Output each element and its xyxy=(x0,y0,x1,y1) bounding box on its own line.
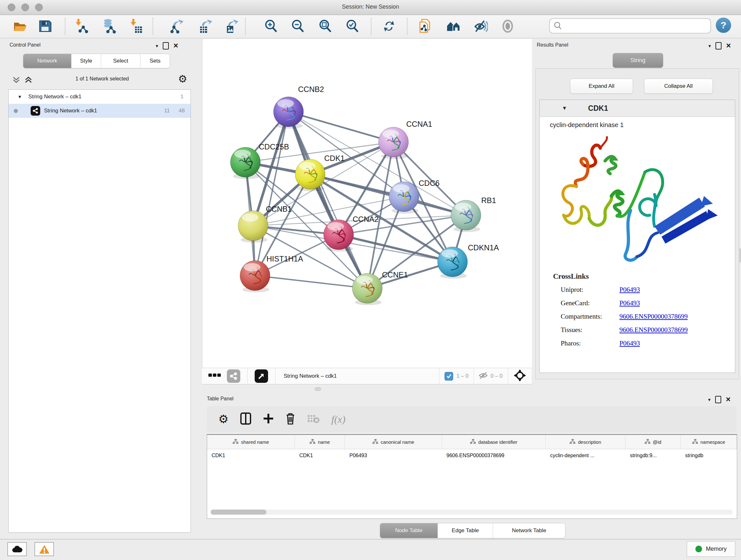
panel-close-icon[interactable]: ✕ xyxy=(726,43,731,49)
clone-network-icon[interactable] xyxy=(417,19,432,34)
help-button[interactable]: ? xyxy=(716,17,731,33)
panel-float-icon[interactable] xyxy=(715,396,721,403)
table-h-scrollbar-thumb[interactable] xyxy=(211,509,266,515)
column-header-label: database identifier xyxy=(478,439,518,445)
search-input[interactable] xyxy=(564,23,711,29)
column-header[interactable]: namespace xyxy=(681,435,737,449)
show-all-eye-icon[interactable] xyxy=(500,19,515,34)
horizontal-splitter-handle[interactable] xyxy=(315,387,321,391)
panel-close-icon[interactable]: ✕ xyxy=(726,396,731,402)
network-node[interactable]: HIST1H1A xyxy=(240,254,303,293)
tab-sets[interactable]: Sets xyxy=(140,54,170,68)
zoom-out-icon[interactable] xyxy=(290,19,305,34)
column-header[interactable]: description xyxy=(546,435,625,449)
panel-float-icon[interactable] xyxy=(163,42,169,50)
network-node[interactable]: CCNE1 xyxy=(352,270,408,305)
show-grid-icon[interactable] xyxy=(208,370,221,382)
column-type-icon xyxy=(310,439,315,445)
table-cell[interactable]: 9606.ENSP00000378699 xyxy=(442,449,546,462)
import-table-file-icon[interactable] xyxy=(129,19,143,34)
panel-menu-icon[interactable]: ▾ xyxy=(709,43,711,49)
table-settings-gear-icon[interactable]: ⚙ xyxy=(218,414,228,425)
panel-menu-icon[interactable]: ▾ xyxy=(708,397,711,402)
network-node[interactable]: CDK1 xyxy=(295,154,345,191)
tab-network[interactable]: Network xyxy=(23,54,71,68)
memory-button[interactable]: Memory xyxy=(687,541,735,557)
crosslink-link[interactable]: P06493 xyxy=(619,286,640,294)
network-node[interactable]: RB1 xyxy=(451,196,496,232)
add-column-icon[interactable] xyxy=(263,413,274,425)
import-network-file-icon[interactable] xyxy=(74,19,89,34)
network-node[interactable]: CDKN1A xyxy=(437,243,499,279)
open-in-window-icon[interactable] xyxy=(255,369,268,383)
expand-all-button[interactable]: Expand All xyxy=(570,78,633,94)
network-row[interactable]: String Network – cdk1 11 48 xyxy=(9,104,191,118)
collection-expander-icon[interactable]: ▼ xyxy=(17,94,22,99)
import-network-database-icon[interactable] xyxy=(102,19,116,34)
network-edge[interactable] xyxy=(255,112,288,275)
apply-layout-icon[interactable] xyxy=(382,19,396,34)
network-options-gear-icon[interactable]: ⚙ xyxy=(178,73,187,85)
open-session-icon[interactable] xyxy=(13,19,27,34)
column-header[interactable]: canonical name xyxy=(345,435,442,449)
birds-eye-view-icon[interactable] xyxy=(513,369,527,383)
table-cell[interactable]: CDK1 xyxy=(207,449,295,462)
crosslink-link[interactable]: P06493 xyxy=(619,339,640,348)
zoom-fit-icon[interactable] xyxy=(318,19,333,34)
network-edge[interactable] xyxy=(288,112,394,142)
zoom-in-icon[interactable] xyxy=(264,19,278,34)
delete-column-icon[interactable] xyxy=(285,412,295,426)
panel-close-icon[interactable]: ✕ xyxy=(173,43,179,49)
crosslink-label: Pharos: xyxy=(561,339,619,348)
tab-node-table[interactable]: Node Table xyxy=(380,523,438,538)
toolbar-separator xyxy=(245,17,246,35)
expand-all-networks-icon[interactable] xyxy=(24,76,36,84)
column-header[interactable]: name xyxy=(295,435,345,449)
control-panel-controls: ▾ ✕ xyxy=(156,42,179,50)
crosslink-link[interactable]: 9606.ENSP00000378699 xyxy=(619,313,688,320)
houses-icon[interactable] xyxy=(446,19,461,34)
show-columns-icon[interactable] xyxy=(240,412,252,426)
panel-float-icon[interactable] xyxy=(716,42,722,50)
network-canvas[interactable]: CCNB2CCNA1CDC25BCDK1CDC6RB1CCNB1CCNA2CDK… xyxy=(202,39,532,368)
column-header[interactable]: database identifier xyxy=(442,435,546,449)
tab-network-table[interactable]: Network Table xyxy=(493,523,565,538)
table-h-scrollbar[interactable] xyxy=(211,509,733,515)
table-cell[interactable]: stringdb:9... xyxy=(625,449,681,462)
save-session-icon[interactable] xyxy=(38,19,52,34)
column-header[interactable]: @id xyxy=(625,435,681,449)
export-network-icon[interactable] xyxy=(170,19,184,34)
cloud-status-button[interactable] xyxy=(7,542,27,556)
collection-count: 1 xyxy=(181,94,184,100)
network-edge[interactable] xyxy=(255,275,367,288)
crosslink-link[interactable]: 9606.ENSP00000378699 xyxy=(619,326,688,334)
export-image-icon[interactable] xyxy=(224,19,239,34)
export-table-icon[interactable] xyxy=(198,19,213,34)
search-field[interactable] xyxy=(549,18,711,34)
zoom-selected-icon[interactable] xyxy=(345,19,360,34)
panel-menu-icon[interactable]: ▾ xyxy=(156,43,158,49)
protein-section-header[interactable]: ▼ CDK1 xyxy=(540,100,735,117)
network-node[interactable]: CCNB2 xyxy=(273,85,324,129)
network-edge[interactable] xyxy=(310,174,466,215)
network-collection-row[interactable]: ▼ String Network – cdk1 1 xyxy=(9,90,191,104)
crosslink-row: Pharos:P06493 xyxy=(561,339,735,348)
table-cell[interactable]: stringdb xyxy=(681,449,737,462)
table-cell[interactable]: CDK1 xyxy=(295,449,345,462)
column-header[interactable]: shared name xyxy=(207,435,295,449)
table-row[interactable]: CDK1CDK1P064939606.ENSP00000378699cyclin… xyxy=(207,449,737,462)
section-collapse-icon[interactable]: ▼ xyxy=(562,105,567,111)
hide-selected-eye-icon[interactable] xyxy=(473,19,488,34)
tab-style[interactable]: Style xyxy=(71,54,101,68)
collapse-all-networks-icon[interactable] xyxy=(12,76,23,84)
crosslink-link[interactable]: P06493 xyxy=(619,299,640,307)
selected-nodes-checkbox[interactable] xyxy=(445,372,453,381)
tab-select[interactable]: Select xyxy=(101,54,140,68)
collapse-all-button[interactable]: Collapse All xyxy=(644,78,713,94)
tab-string[interactable]: String xyxy=(613,53,663,68)
warning-status-button[interactable] xyxy=(35,542,54,556)
network-thumbnail-toggle-icon[interactable] xyxy=(227,369,240,383)
table-cell[interactable]: cyclin-dependent ... xyxy=(546,449,625,462)
table-cell[interactable]: P06493 xyxy=(345,449,442,462)
tab-edge-table[interactable]: Edge Table xyxy=(438,523,493,538)
